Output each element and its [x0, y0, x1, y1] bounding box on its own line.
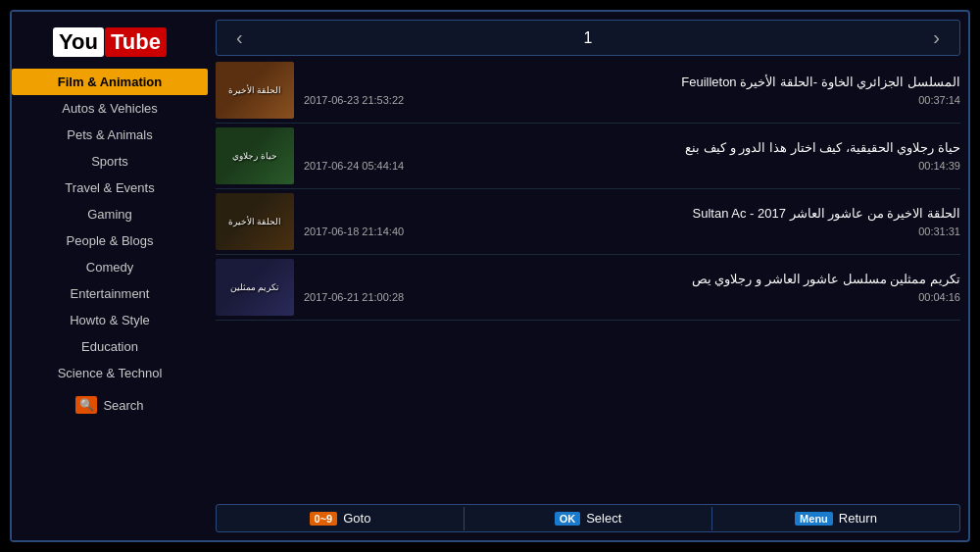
- goto-badge: 0~9: [310, 512, 338, 526]
- sidebar-item-entertainment[interactable]: Entertainment: [12, 280, 208, 307]
- page-number: 1: [584, 29, 593, 47]
- video-date: 2017-06-21 21:00:28: [304, 291, 404, 303]
- content-area: ‹ 1 › الحلقة الأخيرة المسلسل الجزائري ال…: [208, 12, 968, 540]
- video-duration: 00:14:39: [918, 160, 960, 172]
- video-item[interactable]: حياة رجلاوي حياة رجلاوي الحقيقية، كيف اخ…: [216, 127, 960, 189]
- video-list: الحلقة الأخيرة المسلسل الجزائري الخاوة -…: [216, 62, 960, 498]
- video-meta: 2017-06-18 21:14:40 00:31:31: [304, 226, 960, 237]
- video-date: 2017-06-18 21:14:40: [304, 226, 404, 237]
- bottom-bar: 0~9 Goto OK Select Menu Return: [216, 504, 960, 532]
- sidebar-item-sports[interactable]: Sports: [12, 148, 208, 175]
- main-frame: YouTube Film & Animation Autos & Vehicle…: [10, 10, 970, 542]
- sidebar-item-comedy[interactable]: Comedy: [12, 254, 208, 280]
- select-label: Select: [586, 511, 621, 526]
- prev-page-button[interactable]: ‹: [236, 26, 243, 49]
- video-duration: 00:37:14: [918, 94, 960, 106]
- pagination-nav: ‹ 1 ›: [216, 20, 960, 56]
- youtube-logo: YouTube: [12, 20, 208, 69]
- search-label: Search: [103, 398, 143, 413]
- video-title: المسلسل الجزائري الخاوة -الحلقة الأخيرة …: [304, 75, 960, 91]
- video-info: حياة رجلاوي الحقيقية، كيف اختار هذا الدو…: [304, 140, 960, 173]
- sidebar-item-science[interactable]: Science & Technol: [12, 360, 208, 386]
- video-info: تكريم ممثلين مسلسل عاشور العاشر و رجلاوي…: [304, 272, 960, 304]
- select-button[interactable]: OK Select: [465, 505, 711, 531]
- sidebar-item-gaming[interactable]: Gaming: [12, 201, 208, 227]
- select-badge: OK: [555, 512, 581, 526]
- video-item[interactable]: الحلقة الأخيرة المسلسل الجزائري الخاوة -…: [216, 62, 960, 124]
- video-title: حياة رجلاوي الحقيقية، كيف اختار هذا الدو…: [304, 140, 960, 157]
- sidebar-item-howto[interactable]: Howto & Style: [12, 307, 208, 333]
- sidebar-item-pets[interactable]: Pets & Animals: [12, 122, 208, 148]
- video-thumbnail: تكريم ممثلين: [216, 259, 294, 316]
- thumb-text: الحلقة الأخيرة: [226, 83, 284, 98]
- search-icon-box: 🔍: [75, 396, 97, 414]
- search-icon: 🔍: [79, 398, 94, 412]
- video-info: المسلسل الجزائري الخاوة -الحلقة الأخيرة …: [304, 75, 960, 107]
- sidebar-item-education[interactable]: Education: [12, 333, 208, 360]
- thumb-text: حياة رجلاوي: [230, 149, 279, 164]
- video-meta: 2017-06-23 21:53:22 00:37:14: [304, 94, 960, 106]
- video-info: الحلقة الاخيرة من عاشور العاشر Sultan Ac…: [304, 206, 960, 238]
- video-thumbnail: حياة رجلاوي: [216, 127, 294, 184]
- video-meta: 2017-06-21 21:00:28 00:04:16: [304, 291, 960, 303]
- next-page-button[interactable]: ›: [933, 26, 940, 49]
- video-duration: 00:31:31: [918, 226, 960, 237]
- return-badge: Menu: [795, 512, 833, 526]
- video-thumbnail: الحلقة الأخيرة: [216, 193, 294, 250]
- return-label: Return: [839, 511, 877, 526]
- thumb-text: الحلقة الأخيرة: [226, 215, 284, 229]
- video-title: الحلقة الاخيرة من عاشور العاشر Sultan Ac…: [304, 206, 960, 223]
- video-item[interactable]: الحلقة الأخيرة الحلقة الاخيرة من عاشور ا…: [216, 193, 960, 255]
- video-meta: 2017-06-24 05:44:14 00:14:39: [304, 160, 960, 172]
- thumb-text: تكريم ممثلين: [228, 280, 282, 295]
- video-duration: 00:04:16: [918, 291, 960, 303]
- logo-you: You: [53, 27, 104, 57]
- logo-tube: Tube: [105, 27, 167, 57]
- video-thumbnail: الحلقة الأخيرة: [216, 62, 294, 119]
- sidebar: YouTube Film & Animation Autos & Vehicle…: [12, 12, 208, 540]
- video-date: 2017-06-24 05:44:14: [304, 160, 404, 172]
- sidebar-item-travel[interactable]: Travel & Events: [12, 175, 208, 201]
- sidebar-item-film-animation[interactable]: Film & Animation: [12, 69, 208, 95]
- sidebar-item-autos[interactable]: Autos & Vehicles: [12, 95, 208, 122]
- return-button[interactable]: Menu Return: [712, 505, 959, 531]
- goto-button[interactable]: 0~9 Goto: [217, 505, 464, 531]
- video-title: تكريم ممثلين مسلسل عاشور العاشر و رجلاوي…: [304, 272, 960, 288]
- video-item[interactable]: تكريم ممثلين تكريم ممثلين مسلسل عاشور ال…: [216, 259, 960, 321]
- video-date: 2017-06-23 21:53:22: [304, 94, 404, 106]
- sidebar-item-people[interactable]: People & Blogs: [12, 227, 208, 254]
- search-section[interactable]: 🔍 Search: [12, 390, 208, 420]
- goto-label: Goto: [343, 511, 370, 526]
